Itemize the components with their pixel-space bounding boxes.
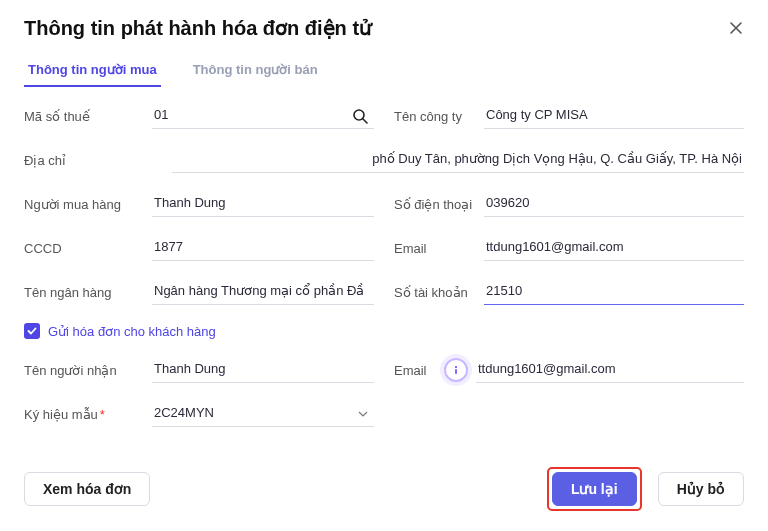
info-icon[interactable] xyxy=(444,358,468,382)
label-recipient: Tên người nhận xyxy=(24,363,152,378)
modal-footer: Xem hóa đơn Lưu lại Hủy bỏ xyxy=(24,467,744,511)
modal-title: Thông tin phát hành hóa đơn điện tử xyxy=(24,16,372,40)
bank-name-input[interactable] xyxy=(152,279,374,305)
label-form-code: Ký hiệu mẫu xyxy=(24,407,152,422)
modal-header: Thông tin phát hành hóa đơn điện tử xyxy=(24,16,744,40)
label-buyer-name: Người mua hàng xyxy=(24,197,152,212)
label-citizen-id: CCCD xyxy=(24,241,152,256)
label-recipient-email: Email xyxy=(394,363,444,378)
label-address: Địa chỉ xyxy=(24,153,152,168)
citizen-id-input[interactable] xyxy=(152,235,374,261)
svg-point-2 xyxy=(455,366,457,368)
account-no-input[interactable] xyxy=(484,279,744,305)
save-button[interactable]: Lưu lại xyxy=(552,472,637,506)
cancel-button[interactable]: Hủy bỏ xyxy=(658,472,744,506)
label-account-no: Số tài khoản xyxy=(394,285,484,300)
form-code-select[interactable] xyxy=(152,401,374,427)
save-button-highlight: Lưu lại xyxy=(547,467,642,511)
view-invoice-button[interactable]: Xem hóa đơn xyxy=(24,472,150,506)
label-company: Tên công ty xyxy=(394,109,484,124)
svg-rect-3 xyxy=(455,369,457,374)
tab-seller[interactable]: Thông tin người bán xyxy=(189,56,322,87)
label-bank: Tên ngân hàng xyxy=(24,285,152,300)
address-input[interactable] xyxy=(172,147,744,173)
form-code-value[interactable] xyxy=(152,401,374,427)
recipient-email-input[interactable] xyxy=(476,357,744,383)
send-invoice-checkbox[interactable]: Gửi hóa đơn cho khách hàng xyxy=(24,323,744,339)
label-email: Email xyxy=(394,241,484,256)
phone-input[interactable] xyxy=(484,191,744,217)
tabs: Thông tin người mua Thông tin người bán xyxy=(24,56,744,87)
label-phone: Số điện thoại xyxy=(394,197,484,212)
einvoice-modal: Thông tin phát hành hóa đơn điện tử Thôn… xyxy=(0,0,768,531)
tab-buyer[interactable]: Thông tin người mua xyxy=(24,56,161,87)
check-icon xyxy=(24,323,40,339)
form-buyer: Mã số thuế Tên công ty Địa chỉ xyxy=(24,103,744,427)
email-input[interactable] xyxy=(484,235,744,261)
label-tax-code: Mã số thuế xyxy=(24,109,152,124)
buyer-name-input[interactable] xyxy=(152,191,374,217)
recipient-input[interactable] xyxy=(152,357,374,383)
tax-code-input[interactable] xyxy=(152,103,374,129)
close-icon[interactable] xyxy=(728,20,744,36)
company-input[interactable] xyxy=(484,103,744,129)
send-invoice-label: Gửi hóa đơn cho khách hàng xyxy=(48,324,216,339)
